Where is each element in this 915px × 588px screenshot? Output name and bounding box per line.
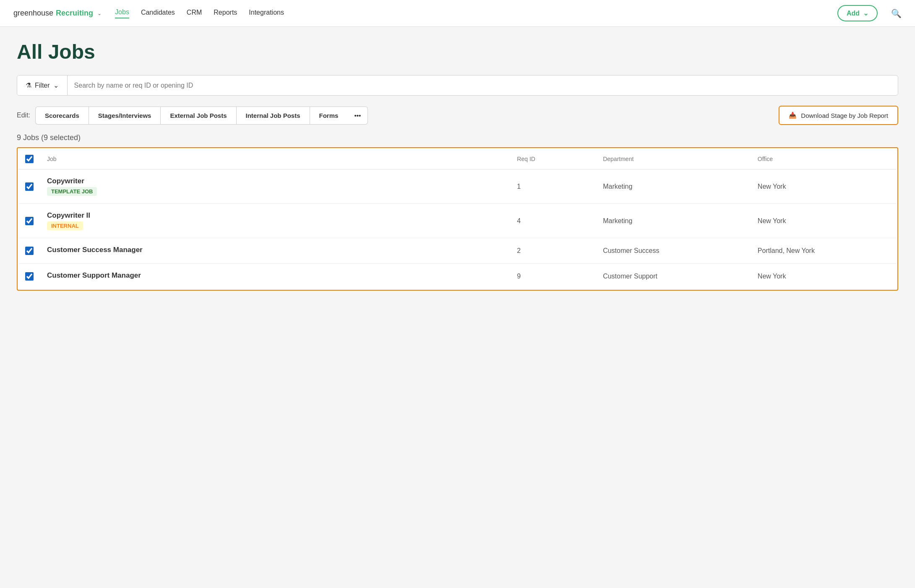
row-job-cell: Copywriter II INTERNAL xyxy=(40,204,510,238)
header-checkbox-col xyxy=(18,148,40,169)
header-office: Office xyxy=(751,148,897,169)
row-job-cell: Copywriter TEMPLATE JOB xyxy=(40,169,510,204)
page-title: All Jobs xyxy=(17,40,898,63)
nav-jobs[interactable]: Jobs xyxy=(115,8,129,18)
row-checkbox[interactable] xyxy=(25,182,34,191)
filter-icon: ⚗ xyxy=(26,81,31,89)
row-job-cell: Customer Success Manager xyxy=(40,238,510,264)
more-button[interactable]: ••• xyxy=(347,107,368,125)
row-checkbox[interactable] xyxy=(25,272,34,281)
search-input[interactable] xyxy=(68,76,898,95)
brand-greenhouse: greenhouse xyxy=(13,9,53,18)
page-content: All Jobs ⚗ Filter ⌄ Edit: Scorecards Sta… xyxy=(0,27,915,588)
add-chevron-icon: ⌄ xyxy=(863,9,868,17)
row-job-cell: Customer Support Manager xyxy=(40,264,510,290)
header-department: Department xyxy=(596,148,751,169)
row-checkbox[interactable] xyxy=(25,217,34,225)
header-req-id: Req ID xyxy=(510,148,596,169)
jobs-table-wrapper: Job Req ID Department Office Copywriter … xyxy=(17,147,898,291)
table-row: Copywriter TEMPLATE JOB 1 Marketing New … xyxy=(18,169,897,204)
edit-bar: Edit: Scorecards Stages/Interviews Exter… xyxy=(17,106,898,125)
filter-bar: ⚗ Filter ⌄ xyxy=(17,75,898,96)
jobs-count-selected: (9 selected) xyxy=(41,133,81,142)
table-header: Job Req ID Department Office xyxy=(18,148,897,169)
row-department: Customer Success xyxy=(596,238,751,264)
row-checkbox-cell xyxy=(18,204,40,238)
select-all-checkbox[interactable] xyxy=(25,155,34,163)
job-tag: TEMPLATE JOB xyxy=(47,187,97,196)
nav-candidates[interactable]: Candidates xyxy=(141,9,175,18)
download-label: Download Stage by Job Report xyxy=(801,112,888,119)
add-label: Add xyxy=(847,10,860,17)
table-row: Customer Support Manager 9 Customer Supp… xyxy=(18,264,897,290)
filter-button[interactable]: ⚗ Filter ⌄ xyxy=(17,75,68,95)
job-tag: INTERNAL xyxy=(47,221,83,230)
nav-integrations[interactable]: Integrations xyxy=(249,9,284,18)
row-req-id: 4 xyxy=(510,204,596,238)
row-department: Customer Support xyxy=(596,264,751,290)
header-job: Job xyxy=(40,148,510,169)
job-name: Customer Success Manager xyxy=(47,246,503,254)
brand-recruiting: Recruiting xyxy=(56,9,93,18)
tab-forms[interactable]: Forms xyxy=(310,107,348,125)
nav-links: Jobs Candidates CRM Reports Integrations xyxy=(115,8,284,18)
row-office: New York xyxy=(751,264,897,290)
row-department: Marketing xyxy=(596,204,751,238)
table-row: Copywriter II INTERNAL 4 Marketing New Y… xyxy=(18,204,897,238)
row-office: Portland, New York xyxy=(751,238,897,264)
add-button[interactable]: Add ⌄ xyxy=(837,5,878,21)
nav-reports[interactable]: Reports xyxy=(214,9,237,18)
tab-scorecards[interactable]: Scorecards xyxy=(35,107,89,125)
row-checkbox-cell xyxy=(18,238,40,264)
download-stage-report-button[interactable]: 📥 Download Stage by Job Report xyxy=(779,106,898,125)
job-name: Copywriter II xyxy=(47,211,503,220)
tab-internal-job-posts[interactable]: Internal Job Posts xyxy=(236,107,310,125)
row-office: New York xyxy=(751,169,897,204)
filter-chevron-icon: ⌄ xyxy=(53,81,59,89)
jobs-tbody: Copywriter TEMPLATE JOB 1 Marketing New … xyxy=(18,169,897,290)
job-name: Copywriter xyxy=(47,177,503,185)
row-checkbox[interactable] xyxy=(25,247,34,255)
jobs-count-number: 9 Jobs xyxy=(17,133,39,142)
row-office: New York xyxy=(751,204,897,238)
tab-stages-interviews[interactable]: Stages/Interviews xyxy=(89,107,161,125)
tab-external-job-posts[interactable]: External Job Posts xyxy=(160,107,236,125)
search-icon[interactable]: 🔍 xyxy=(891,8,902,18)
row-req-id: 1 xyxy=(510,169,596,204)
navbar: greenhouse Recruiting ⌄ Jobs Candidates … xyxy=(0,0,915,27)
row-req-id: 2 xyxy=(510,238,596,264)
brand-logo[interactable]: greenhouse Recruiting ⌄ xyxy=(13,9,102,18)
edit-tabs: Scorecards Stages/Interviews External Jo… xyxy=(35,107,368,125)
job-name: Customer Support Manager xyxy=(47,271,503,280)
download-icon: 📥 xyxy=(789,112,797,119)
brand-chevron: ⌄ xyxy=(97,10,102,16)
edit-label: Edit: xyxy=(17,112,30,119)
row-checkbox-cell xyxy=(18,169,40,204)
nav-crm[interactable]: CRM xyxy=(187,9,202,18)
jobs-table: Job Req ID Department Office Copywriter … xyxy=(18,148,897,290)
row-req-id: 9 xyxy=(510,264,596,290)
row-checkbox-cell xyxy=(18,264,40,290)
filter-label: Filter xyxy=(35,82,50,89)
jobs-count: 9 Jobs (9 selected) xyxy=(17,133,898,142)
row-department: Marketing xyxy=(596,169,751,204)
table-row: Customer Success Manager 2 Customer Succ… xyxy=(18,238,897,264)
